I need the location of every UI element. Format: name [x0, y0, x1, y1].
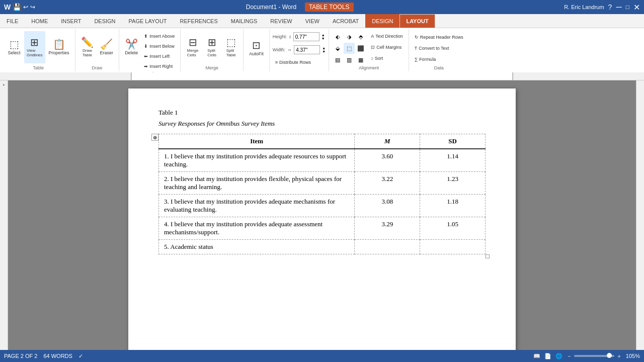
- table-group-label: Table: [33, 65, 44, 71]
- read-mode-btn[interactable]: 📖: [533, 353, 540, 359]
- autofit-icon: ⊡: [252, 40, 261, 50]
- proofing-icon[interactable]: ✓: [78, 353, 83, 359]
- distribute-rows-btn[interactable]: ≡ Distribute Rows: [273, 57, 320, 67]
- ribbon-group-merge: ⊟ MergeCells ⊞ SplitCells ⬚ SplitTable M…: [181, 29, 244, 71]
- document-area[interactable]: Table 1 Survey Responses for Omnibus Sur…: [8, 80, 636, 350]
- align-mid-center[interactable]: ⬚: [344, 43, 355, 54]
- text-direction-icon: A: [371, 34, 374, 39]
- properties-btn[interactable]: 📋 Properties: [46, 31, 72, 63]
- height-up[interactable]: ▲: [321, 33, 325, 37]
- zoom-out-btn[interactable]: －: [567, 352, 572, 360]
- tab-review[interactable]: REVIEW: [264, 14, 298, 28]
- delete-btn[interactable]: ✂️ Delete: [122, 31, 140, 63]
- tab-home[interactable]: HOME: [25, 14, 54, 28]
- page-indicator: PAGE 2 OF 2: [4, 353, 37, 359]
- select-btn[interactable]: ⬚ Select: [5, 31, 23, 63]
- width-input[interactable]: [294, 45, 320, 54]
- align-top-left[interactable]: ⬖: [332, 31, 343, 42]
- tab-design[interactable]: DESIGN: [88, 14, 122, 28]
- row3-sd: 1.18: [420, 195, 486, 217]
- align-top-right[interactable]: ⬘: [355, 31, 366, 42]
- title-bar: W 💾 ↩ ↪ Document1 - Word TABLE TOOLS R. …: [0, 0, 644, 14]
- tab-design-table[interactable]: DESIGN: [365, 14, 399, 28]
- eraser-btn[interactable]: 🧹 Eraser: [98, 31, 116, 63]
- ruler-bar: [131, 72, 513, 80]
- row1-sd: 1.14: [420, 149, 486, 172]
- autofit-btn[interactable]: ⊡ AutoFit: [247, 32, 266, 64]
- minimize-btn[interactable]: ─: [616, 3, 621, 12]
- insert-above-icon: ⬆: [144, 34, 148, 39]
- row4-sd: 1.05: [420, 217, 486, 240]
- tab-acrobat[interactable]: ACROBAT: [326, 14, 365, 28]
- zoom-level[interactable]: 105%: [624, 353, 640, 359]
- row2-item: 2. I believe that my institution provide…: [159, 172, 355, 195]
- align-bot-right[interactable]: ▦: [355, 54, 366, 65]
- properties-icon: 📋: [53, 39, 65, 49]
- insert-right-btn[interactable]: ➡ Insert Right: [141, 61, 177, 71]
- formula-btn[interactable]: ∑ Formula: [412, 54, 438, 64]
- repeat-header-btn[interactable]: ↻ Repeat Header Rows: [412, 32, 466, 42]
- split-table-btn[interactable]: ⬚ SplitTable: [222, 31, 240, 63]
- gridlines-icon: ⊞: [30, 37, 39, 47]
- width-up[interactable]: ▲: [322, 46, 326, 50]
- close-btn[interactable]: ✕: [633, 3, 640, 12]
- cell-margins-btn[interactable]: ⊡ Cell Margins: [368, 42, 406, 52]
- sort-btn[interactable]: ↕ Sort: [368, 53, 406, 63]
- insert-above-btn[interactable]: ⬆ Insert Above: [141, 31, 177, 41]
- align-mid-left[interactable]: ⬙: [332, 43, 343, 54]
- merge-cells-btn[interactable]: ⊟ MergeCells: [184, 31, 202, 63]
- tab-mailings[interactable]: MAILINGS: [224, 14, 264, 28]
- zoom-in-btn[interactable]: ＋: [616, 352, 622, 360]
- height-input[interactable]: [293, 32, 319, 41]
- tab-layout-table[interactable]: LAYOUT: [399, 14, 435, 28]
- undo-btn[interactable]: ↩: [23, 4, 28, 11]
- convert-to-text-icon: T: [415, 46, 418, 51]
- insert-right-icon: ➡: [144, 64, 148, 69]
- ribbon-group-rows-columns: ✂️ Delete ⬆ Insert Above ⬇ Insert Below …: [119, 29, 181, 71]
- text-direction-btn[interactable]: A Text Direction: [368, 31, 406, 41]
- col-header-m: M: [355, 134, 420, 149]
- table-title: Survey Responses for Omnibus Survey Item…: [158, 120, 486, 128]
- help-btn[interactable]: ?: [608, 3, 612, 11]
- draw-group-label: Draw: [92, 65, 102, 71]
- draw-table-btn[interactable]: ✏️ DrawTable: [78, 31, 97, 63]
- window-title: Document1 - Word TABLE TOOLS: [35, 4, 564, 11]
- insert-below-btn[interactable]: ⬇ Insert Below: [141, 41, 177, 51]
- split-cells-icon: ⊞: [208, 37, 216, 47]
- ribbon-group-cell-size: Height: ↕ ▲ ▼ Width: ↔ ▲ ▼ ≡: [270, 29, 329, 71]
- web-layout-btn[interactable]: 🌐: [555, 353, 562, 359]
- width-down[interactable]: ▼: [322, 50, 326, 53]
- table-resize-handle[interactable]: [486, 254, 490, 258]
- restore-btn[interactable]: □: [626, 4, 629, 11]
- ribbon-group-data: ↻ Repeat Header Rows T Convert to Text ∑…: [409, 29, 469, 71]
- tab-page-layout[interactable]: PAGE LAYOUT: [122, 14, 174, 28]
- align-mid-right[interactable]: ⬛: [355, 43, 366, 54]
- select-icon: ⬚: [10, 39, 19, 49]
- row2-sd: 1.23: [420, 172, 486, 195]
- status-bar: PAGE 2 OF 2 64 WORDS ✓ 📖 📄 🌐 － ＋ 105%: [0, 350, 644, 362]
- row3-item: 3. I believe that my institution provide…: [159, 195, 355, 217]
- align-bot-left[interactable]: ▤: [332, 54, 343, 65]
- tab-references[interactable]: REFERENCES: [174, 14, 224, 28]
- title-bar-left: W 💾 ↩ ↪: [4, 3, 35, 11]
- align-top-center[interactable]: ⬗: [344, 31, 355, 42]
- print-layout-btn[interactable]: 📄: [544, 353, 551, 359]
- row4-item: 4. I believe that my institution provide…: [159, 217, 355, 240]
- tab-file[interactable]: FILE: [0, 14, 25, 28]
- row4-m: 3.29: [355, 217, 420, 240]
- convert-to-text-btn[interactable]: T Convert to Text: [412, 43, 452, 53]
- zoom-slider[interactable]: [574, 355, 614, 357]
- table-move-handle[interactable]: ⊕: [151, 134, 158, 141]
- formula-icon: ∑: [415, 57, 418, 62]
- split-cells-btn[interactable]: ⊞ SplitCells: [203, 31, 221, 63]
- tab-insert[interactable]: INSERT: [54, 14, 88, 28]
- table-number: Table 1: [158, 109, 486, 117]
- insert-left-btn[interactable]: ⬅ Insert Left: [141, 51, 177, 61]
- quick-save[interactable]: 💾: [13, 3, 21, 11]
- align-bot-center[interactable]: ▥: [344, 54, 355, 65]
- tab-view[interactable]: VIEW: [299, 14, 326, 28]
- ribbon-group-table: ⬚ Select ⊞ ViewGridlines 📋 Properties Ta…: [2, 29, 75, 71]
- height-down[interactable]: ▼: [321, 37, 325, 40]
- view-gridlines-btn[interactable]: ⊞ ViewGridlines: [24, 31, 45, 63]
- redo-btn[interactable]: ↪: [30, 4, 35, 11]
